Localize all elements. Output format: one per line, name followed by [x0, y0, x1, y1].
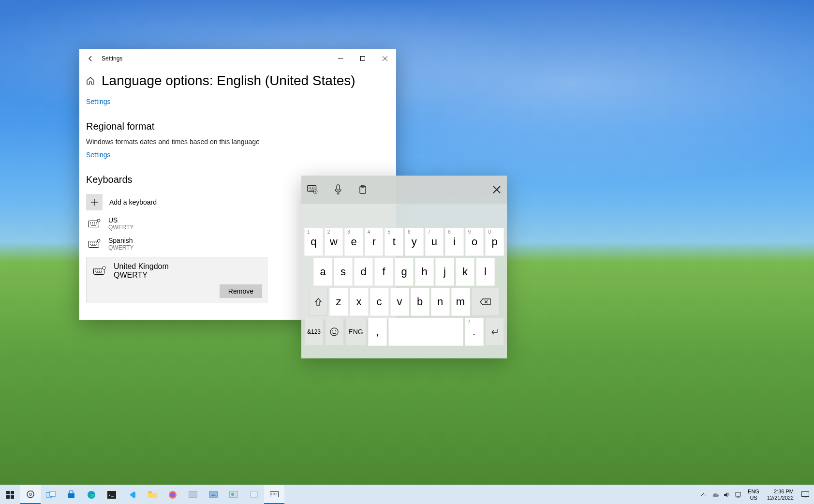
taskbar-app-1[interactable]	[183, 485, 203, 504]
taskbar-firefox[interactable]	[163, 485, 183, 504]
key-x[interactable]: x	[350, 288, 369, 316]
key-o[interactable]: 9o	[465, 228, 484, 256]
svg-rect-51	[251, 491, 257, 497]
page-title: Language options: English (United States…	[102, 73, 355, 89]
svg-point-16	[103, 267, 105, 269]
svg-rect-39	[68, 493, 74, 498]
key-row-4: &123 ENG , ? .	[304, 318, 504, 346]
svg-rect-55	[736, 492, 740, 496]
taskbar-settings[interactable]	[20, 485, 41, 504]
period-key[interactable]: ? .	[465, 318, 484, 346]
settings-link-top[interactable]: Settings	[86, 98, 111, 105]
key-a[interactable]: a	[313, 258, 332, 286]
action-center-icon[interactable]	[799, 491, 812, 498]
close-osk-button[interactable]	[492, 185, 501, 194]
taskbar-app-2[interactable]	[203, 485, 223, 504]
shift-key[interactable]	[309, 288, 328, 316]
tray-network-icon[interactable]	[733, 492, 744, 498]
maximize-button[interactable]	[352, 49, 374, 68]
key-y[interactable]: 6y	[405, 228, 424, 256]
svg-point-50	[231, 493, 234, 496]
back-button[interactable]	[79, 55, 102, 62]
backspace-key[interactable]	[472, 288, 500, 316]
key-j[interactable]: j	[435, 258, 454, 286]
remove-button[interactable]: Remove	[220, 284, 262, 298]
svg-rect-44	[148, 491, 152, 493]
key-p[interactable]: 0p	[485, 228, 504, 256]
clipboard-icon[interactable]	[358, 185, 367, 194]
keyboard-name: US	[108, 216, 133, 224]
start-button[interactable]	[0, 485, 20, 504]
microphone-icon[interactable]	[334, 184, 342, 195]
regional-format-desc: Windows formats dates and times based on…	[86, 138, 389, 146]
key-l[interactable]: l	[476, 258, 495, 286]
taskbar-store[interactable]	[61, 485, 81, 504]
symbols-key[interactable]: &123	[305, 318, 324, 346]
key-r[interactable]: 4r	[365, 228, 384, 256]
svg-point-6	[97, 219, 100, 222]
key-i[interactable]: 8i	[445, 228, 464, 256]
regional-format-title: Regional format	[86, 121, 389, 132]
svg-rect-58	[802, 491, 809, 496]
key-b[interactable]: b	[411, 288, 429, 316]
taskbar-osk[interactable]	[264, 485, 284, 504]
osk-toolbar	[301, 176, 507, 204]
svg-point-36	[30, 493, 32, 495]
taskbar-terminal[interactable]	[102, 485, 122, 504]
svg-rect-7	[89, 241, 99, 248]
svg-rect-34	[11, 495, 14, 499]
key-g[interactable]: g	[395, 258, 414, 286]
key-e[interactable]: 3e	[344, 228, 363, 256]
key-z[interactable]: z	[329, 288, 348, 316]
taskbar-vscode[interactable]	[122, 485, 142, 504]
space-key[interactable]	[388, 318, 463, 346]
svg-point-29	[332, 330, 333, 331]
key-q[interactable]: 1q	[304, 228, 323, 256]
key-w[interactable]: 2w	[325, 228, 343, 256]
minimize-button[interactable]	[329, 49, 352, 68]
key-t[interactable]: 5t	[385, 228, 403, 256]
comma-key[interactable]: ,	[368, 318, 387, 346]
key-f[interactable]: f	[374, 258, 393, 286]
onscreen-keyboard: 1q2w3e4r5t6y7u8i9o0p asdfghjkl zxcvbnm &…	[301, 176, 507, 358]
taskbar-edge[interactable]	[81, 485, 102, 504]
svg-point-46	[170, 492, 175, 497]
svg-rect-38	[50, 491, 56, 496]
tray-onedrive-icon[interactable]	[710, 492, 721, 497]
svg-point-35	[27, 491, 34, 498]
enter-key[interactable]	[485, 318, 504, 346]
language-indicator[interactable]: ENG US	[745, 489, 762, 500]
tray-volume-icon[interactable]	[722, 492, 732, 498]
key-u[interactable]: 7u	[425, 228, 444, 256]
key-c[interactable]: c	[370, 288, 389, 316]
keyboard-settings-icon[interactable]	[307, 185, 318, 194]
taskbar-app-3[interactable]	[223, 485, 244, 504]
taskbar-explorer[interactable]	[142, 485, 163, 504]
key-d[interactable]: d	[354, 258, 373, 286]
key-v[interactable]: v	[390, 288, 409, 316]
svg-rect-2	[89, 221, 99, 227]
keyboard-icon	[87, 219, 102, 228]
clock[interactable]: 2:36 PM 12/21/2022	[763, 489, 798, 500]
emoji-key[interactable]	[325, 318, 344, 346]
key-s[interactable]: s	[334, 258, 353, 286]
key-n[interactable]: n	[431, 288, 450, 316]
key-row-2: asdfghjkl	[304, 258, 504, 286]
close-button[interactable]	[374, 49, 396, 68]
taskbar: ENG US 2:36 PM 12/21/2022	[0, 485, 814, 504]
keyboard-item-uk-selected[interactable]: United Kingdom QWERTY Remove	[86, 257, 267, 303]
tray-chevron-icon[interactable]	[698, 493, 709, 497]
regional-settings-link[interactable]: Settings	[86, 151, 111, 159]
key-h[interactable]: h	[415, 258, 434, 286]
svg-point-28	[330, 328, 338, 336]
key-k[interactable]: k	[456, 258, 474, 286]
taskbar-app-4[interactable]	[244, 485, 264, 504]
key-m[interactable]: m	[451, 288, 470, 316]
keyboard-name: United Kingdom	[114, 262, 169, 271]
language-key[interactable]: ENG	[345, 318, 367, 346]
titlebar: Settings	[79, 49, 396, 68]
taskbar-taskview[interactable]	[41, 485, 61, 504]
home-icon[interactable]	[86, 76, 95, 85]
svg-rect-23	[337, 185, 340, 190]
svg-rect-52	[270, 491, 279, 497]
